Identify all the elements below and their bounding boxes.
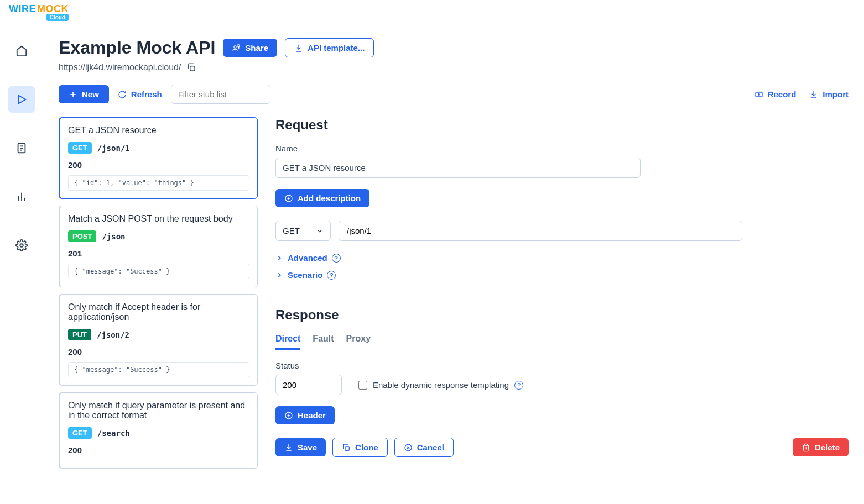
clone-icon <box>342 443 351 452</box>
tab-direct[interactable]: Direct <box>275 334 300 350</box>
stub-status: 200 <box>68 347 249 356</box>
path-input[interactable] <box>339 221 742 241</box>
play-icon <box>15 93 28 106</box>
cancel-icon <box>404 443 413 452</box>
copy-icon[interactable] <box>186 62 196 72</box>
save-label: Save <box>298 443 317 452</box>
share-button[interactable]: Share <box>223 39 277 57</box>
refresh-button[interactable]: Refresh <box>118 90 162 99</box>
save-icon <box>284 443 293 452</box>
detail-panel: Request Name Add description GET <box>275 117 849 457</box>
stub-body: { "message": "Success" } <box>68 362 249 377</box>
api-template-button[interactable]: API template... <box>285 38 374 57</box>
method-badge: PUT <box>68 329 91 340</box>
record-icon <box>754 90 763 99</box>
stub-body: { "message": "Success" } <box>68 264 249 279</box>
method-badge: GET <box>68 427 92 439</box>
refresh-icon <box>118 90 127 99</box>
stub-path: /json/1 <box>97 144 130 153</box>
status-label: Status <box>275 361 849 370</box>
stub-path: /search <box>97 429 130 438</box>
add-description-label: Add description <box>298 193 361 203</box>
clone-button[interactable]: Clone <box>332 438 388 457</box>
tab-fault[interactable]: Fault <box>313 334 334 350</box>
new-label: New <box>82 90 99 99</box>
chevron-right-icon <box>275 254 283 262</box>
name-label: Name <box>275 144 849 153</box>
save-button[interactable]: Save <box>275 438 326 456</box>
stub-title: Only match if query parameter is present… <box>68 401 249 421</box>
document-icon <box>15 142 28 154</box>
stub-title: GET a JSON resource <box>68 125 249 135</box>
scenario-label: Scenario <box>288 270 322 280</box>
add-header-button[interactable]: Header <box>275 406 335 424</box>
filter-input[interactable] <box>171 85 270 104</box>
scenario-toggle[interactable]: Scenario ? <box>275 270 849 280</box>
templating-checkbox[interactable] <box>358 381 367 390</box>
import-label: Import <box>823 90 849 99</box>
clone-label: Clone <box>355 443 378 452</box>
home-icon <box>15 45 28 57</box>
stub-path: /json/2 <box>97 330 129 339</box>
trash-icon <box>801 443 810 452</box>
status-input[interactable] <box>275 375 342 395</box>
help-icon[interactable]: ? <box>327 271 336 280</box>
svg-point-9 <box>234 46 236 48</box>
download-icon <box>294 44 303 53</box>
templating-label: Enable dynamic response templating <box>373 380 509 390</box>
nav-settings[interactable] <box>8 232 35 259</box>
refresh-label: Refresh <box>131 90 162 99</box>
name-input[interactable] <box>275 158 641 178</box>
stub-card[interactable]: GET a JSON resource GET /json/1 200 { "i… <box>59 117 258 199</box>
add-description-button[interactable]: Add description <box>275 189 369 207</box>
header-label: Header <box>298 411 326 420</box>
delete-label: Delete <box>815 443 840 452</box>
stub-title: Only match if Accept header is for appli… <box>68 302 249 322</box>
import-icon <box>809 90 818 99</box>
logo-mock: MOCK <box>37 3 69 15</box>
response-heading: Response <box>275 307 849 323</box>
chevron-right-icon <box>275 271 283 279</box>
response-tabs: Direct Fault Proxy <box>275 334 849 350</box>
stub-card[interactable]: Match a JSON POST on the request body PO… <box>59 206 258 287</box>
svg-point-8 <box>20 244 23 247</box>
plus-icon <box>69 90 77 99</box>
left-nav <box>0 24 43 504</box>
nav-logs[interactable] <box>8 135 35 161</box>
cancel-button[interactable]: Cancel <box>394 438 454 457</box>
stub-status: 200 <box>68 445 249 455</box>
nav-stubs[interactable] <box>8 86 35 113</box>
stub-card[interactable]: Only match if Accept header is for appli… <box>59 294 258 386</box>
nav-home[interactable] <box>8 38 35 64</box>
import-button[interactable]: Import <box>809 90 849 99</box>
record-button[interactable]: Record <box>754 90 797 99</box>
nav-analytics[interactable] <box>8 183 35 210</box>
cancel-label: Cancel <box>417 443 444 452</box>
help-icon[interactable]: ? <box>514 381 523 390</box>
tab-proxy[interactable]: Proxy <box>346 334 371 350</box>
new-button[interactable]: New <box>59 85 109 103</box>
record-label: Record <box>768 90 797 99</box>
stub-card[interactable]: Only match if query parameter is present… <box>59 392 258 469</box>
method-badge: GET <box>68 142 92 154</box>
stub-body: { "id": 1, "value": "things" } <box>68 175 249 191</box>
stub-path: /json <box>102 232 125 241</box>
svg-rect-21 <box>345 447 349 450</box>
request-heading: Request <box>275 117 849 133</box>
help-icon[interactable]: ? <box>332 254 341 262</box>
share-icon <box>232 44 241 53</box>
method-value: GET <box>283 226 300 235</box>
stub-status: 200 <box>68 160 249 170</box>
advanced-toggle[interactable]: Advanced ? <box>275 253 849 262</box>
delete-button[interactable]: Delete <box>793 438 849 456</box>
api-template-label: API template... <box>308 43 365 53</box>
logo[interactable]: WIREMOCK Cloud <box>9 3 69 21</box>
page-title: Example Mock API <box>59 38 215 58</box>
stub-title: Match a JSON POST on the request body <box>68 214 249 224</box>
chevron-down-icon <box>316 227 324 235</box>
stub-status: 201 <box>68 249 249 258</box>
method-select[interactable]: GET <box>275 221 331 241</box>
api-url: https://ljk4d.wiremockapi.cloud/ <box>59 62 181 72</box>
logo-wire: WIRE <box>9 3 36 15</box>
svg-marker-0 <box>18 96 25 104</box>
